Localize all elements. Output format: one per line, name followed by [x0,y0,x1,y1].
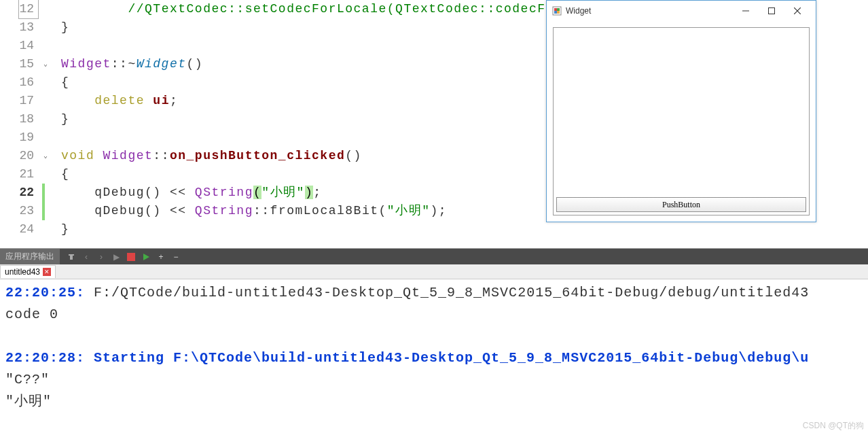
svg-rect-1 [554,8,557,11]
output-tabs: untitled43 ✕ [0,264,868,279]
gutter-line[interactable]: 17 [0,92,38,110]
gutter-line[interactable]: 24 [0,220,38,239]
output-tab[interactable]: untitled43 ✕ [0,265,56,278]
titlebar[interactable]: Widget [547,1,816,21]
svg-rect-4 [557,11,560,14]
output-content[interactable]: 22:20:25: F:/QTCode/build-untitled43-Des… [0,279,868,433]
svg-rect-3 [554,11,557,14]
svg-rect-2 [557,8,560,11]
gutter-line[interactable]: 21 [0,165,38,184]
window-title: Widget [566,6,591,16]
run-icon[interactable]: ▶ [111,252,121,262]
output-line [5,326,863,347]
gutter-line[interactable]: 18 [0,110,38,128]
clear-icon[interactable] [67,252,76,262]
plus-icon[interactable]: + [156,252,166,262]
widget-window: Widget PushButton [546,0,816,222]
run-green-icon[interactable] [141,252,151,262]
output-panel-title: 应用程序输出 [0,249,60,264]
gutter-line[interactable]: 23 [0,202,38,220]
change-marker [42,184,45,220]
fold-arrow-icon[interactable]: ⌄ [43,147,48,165]
gutter-line[interactable]: 15⌄ [0,55,38,73]
stop-icon[interactable] [126,252,136,262]
code-line[interactable]: } [61,220,868,239]
maximize-icon[interactable] [759,1,784,20]
close-icon[interactable]: ✕ [43,268,51,276]
svg-rect-5 [769,8,775,14]
gutter-line[interactable]: 16 [0,73,38,92]
gutter-line[interactable]: 14 [0,37,38,55]
output-tab-label: untitled43 [5,267,40,277]
output-line: code 0 [5,304,863,326]
app-icon [552,6,562,16]
output-line: "小明" [5,391,863,413]
prev-icon[interactable]: ‹ [82,252,91,262]
fold-arrow-icon[interactable]: ⌄ [43,55,48,73]
widget-content: PushButton [553,27,810,215]
output-line: "C??" [5,369,863,391]
gutter-line[interactable]: 13 [0,18,38,37]
gutter-line[interactable]: 19 [0,128,38,147]
output-panel: 应用程序输出 ‹ › ▶ + − untitled43 ✕ 22:20:25: … [0,248,868,433]
minimize-icon[interactable] [733,1,759,20]
next-icon[interactable]: › [96,252,106,262]
gutter-line[interactable]: 22 [0,184,38,202]
push-button[interactable]: PushButton [556,197,806,212]
gutter-line[interactable]: 20⌄ [0,147,38,165]
output-header: 应用程序输出 ‹ › ▶ + − [0,249,868,264]
close-icon[interactable] [784,1,810,20]
output-line: 22:20:28: Starting F:\QTCode\build-untit… [5,347,863,369]
gutter-line[interactable]: 12 [0,0,38,18]
output-line: 22:20:25: F:/QTCode/build-untitled43-Des… [5,282,863,304]
minus-icon[interactable]: − [171,252,181,262]
